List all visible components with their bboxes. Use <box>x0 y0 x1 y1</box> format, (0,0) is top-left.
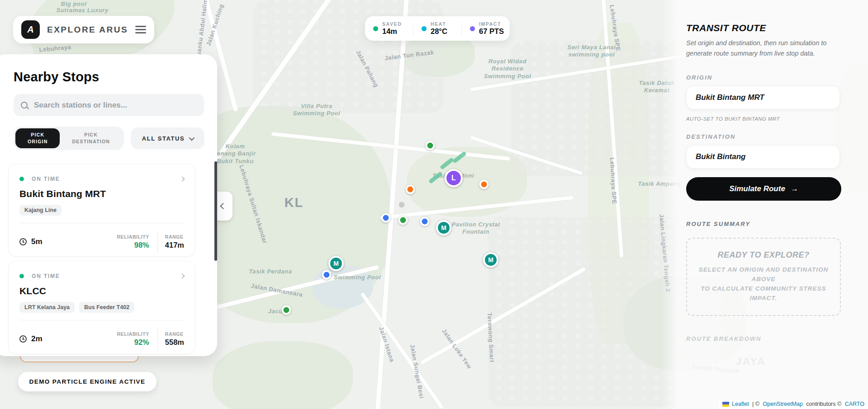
station-marker-M[interactable]: M <box>436 220 451 235</box>
destination-input[interactable] <box>686 145 840 169</box>
stop-marker-dot[interactable] <box>398 216 408 225</box>
stat-label: IMPACT <box>479 21 504 27</box>
line-tag: Bus Feeder T402 <box>79 302 134 313</box>
stop-name: Bukit Bintang MRT <box>19 188 184 199</box>
pick-origin-button[interactable]: PICK ORIGIN <box>15 128 60 148</box>
stop-name: KLCC <box>19 286 184 296</box>
nearby-stops-panel: Nearby Stops PICK ORIGIN PICK DESTINATIO… <box>0 54 217 356</box>
map-label: Royal WidadResidenceSwimming Pool <box>484 58 531 80</box>
search-icon <box>21 102 28 108</box>
stat-heat: HEAT 28°C <box>413 21 461 36</box>
chevron-right-icon <box>180 176 185 181</box>
origin-label: ORIGIN <box>686 74 840 81</box>
map-road <box>360 292 444 409</box>
search-input[interactable] <box>34 101 197 110</box>
stop-marker-dot[interactable] <box>426 141 435 150</box>
empty-state-text: SELECT AN ORIGIN AND DESTINATION ABOVE T… <box>699 265 829 303</box>
destination-label: DESTINATION <box>686 133 840 140</box>
route-breakdown-label: ROUTE BREAKDOWN <box>686 335 840 342</box>
range-label: RANGE <box>165 331 184 337</box>
stat-saved: SAVED 14m <box>365 21 413 36</box>
demo-engine-badge: DEMO PARTICLE ENGINE ACTIVE <box>18 372 157 391</box>
chevron-right-icon <box>180 273 185 278</box>
stop-marker-dot[interactable] <box>282 306 291 315</box>
map-label: KL <box>285 195 304 210</box>
map-label: Pavilion CrystalFountain <box>451 221 500 236</box>
pick-mode-toggle: PICK ORIGIN PICK DESTINATION <box>14 127 124 150</box>
station-marker-M[interactable]: M <box>483 252 498 268</box>
route-summary-empty-state: READY TO EXPLORE? SELECT AN ORIGIN AND D… <box>686 238 841 316</box>
heat-dot-icon <box>422 26 427 31</box>
station-marker-M[interactable]: M <box>328 256 344 271</box>
stat-label: HEAT <box>431 21 447 27</box>
stop-marker-dot[interactable] <box>420 217 430 226</box>
reliability-label: RELIABILITY <box>117 234 149 240</box>
map-label: Big pool <box>61 0 87 7</box>
transit-route-panel: TRANSIT ROUTE Set origin and destination… <box>677 0 868 409</box>
reliability-label: RELIABILITY <box>117 331 149 337</box>
app-title: EXPLORE ARUS <box>47 25 128 35</box>
stop-card-bukit-bintang-mrt[interactable]: ON TIME Bukit Bintang MRT Kajang Line 5m… <box>8 164 195 257</box>
origin-input[interactable] <box>686 86 840 109</box>
panel-scrollbar[interactable] <box>214 161 217 261</box>
map-label: Jalan Sungai Besi <box>409 344 425 399</box>
reliability-value: 92% <box>117 338 149 347</box>
route-panel-subtitle: Set origin and destination, then run sim… <box>686 38 842 59</box>
route-summary-label: ROUTE SUMMARY <box>686 221 840 227</box>
app-logo: A <box>21 20 40 39</box>
status-filter-label: ALL STATUS <box>142 135 185 142</box>
simulate-route-button[interactable]: Simulate Route → <box>686 177 841 201</box>
line-tag: Kajang Line <box>19 205 62 216</box>
app-root: Big poolSutramas LuxuryLebuhrayaJalan Ku… <box>0 0 868 409</box>
stat-value: 67 PTS <box>479 27 504 36</box>
nearby-stops-title: Nearby Stops <box>14 70 217 85</box>
stat-impact: IMPACT 67 PTS <box>461 21 510 36</box>
stop-card-klcc[interactable]: ON TIME KLCC LRT Kelana Jaya Bus Feeder … <box>8 261 195 354</box>
range-value: 417m <box>165 241 184 249</box>
simulate-route-label: Simulate Route <box>729 184 785 193</box>
ukraine-flag-icon <box>722 402 729 407</box>
map-label: Kolamrenang BanjirBukit Tunku <box>214 143 256 165</box>
origin-auto-set-caption: AUTO-SET TO BUKIT BINTANG MRT <box>686 116 840 122</box>
carto-link[interactable]: CARTO <box>845 401 864 407</box>
stop-status-label: ON TIME <box>32 176 60 182</box>
station-marker-L[interactable]: L <box>445 169 463 187</box>
stats-bar: SAVED 14m HEAT 28°C IMPACT 67 PTS <box>365 16 510 41</box>
stop-marker-dot[interactable] <box>406 185 415 194</box>
map-label: Tasik Perdana <box>249 268 292 275</box>
map-label: Villa PutraSwimming Pool <box>293 103 341 118</box>
status-filter-dropdown[interactable]: ALL STATUS <box>131 127 204 149</box>
chevron-down-icon <box>189 135 195 141</box>
stop-marker-dot[interactable] <box>399 202 405 208</box>
status-dot-icon <box>19 177 24 181</box>
map-label: Swimming Pool <box>334 274 381 281</box>
stop-eta: 5m <box>31 237 43 246</box>
stop-eta: 2m <box>31 334 43 343</box>
attribution-text: contributors © <box>805 401 843 407</box>
reliability-value: 98% <box>117 241 149 249</box>
range-label: RANGE <box>165 234 184 240</box>
pick-destination-button[interactable]: PICK DESTINATION <box>60 128 122 148</box>
leaflet-link[interactable]: Leaflet <box>732 401 749 407</box>
attribution-text: | © <box>751 401 761 407</box>
map-label: Seri Maya Lanaiswimming pool <box>567 44 616 59</box>
map-park <box>213 341 353 409</box>
empty-state-title: READY TO EXPLORE? <box>718 250 810 260</box>
clock-icon <box>19 335 27 343</box>
stat-label: SAVED <box>382 21 402 27</box>
arrow-right-icon: → <box>791 184 798 193</box>
map-label: Tuanku Abdul Halim <box>194 0 209 60</box>
stop-marker-dot[interactable] <box>479 180 489 189</box>
stat-value: 14m <box>382 27 402 36</box>
openstreetmap-link[interactable]: OpenStreetMap <box>763 401 803 407</box>
search-box <box>14 94 204 116</box>
stop-marker-dot[interactable] <box>381 213 391 223</box>
hamburger-menu-icon[interactable] <box>135 24 146 36</box>
stop-marker-dot[interactable] <box>322 270 332 280</box>
stat-value: 28°C <box>431 27 447 36</box>
map-label: Sutramas Luxury <box>56 7 108 14</box>
stop-status-label: ON TIME <box>32 273 60 279</box>
saved-dot-icon <box>373 26 378 31</box>
app-header: A EXPLORE ARUS <box>13 16 154 43</box>
chevron-left-icon <box>220 203 226 209</box>
